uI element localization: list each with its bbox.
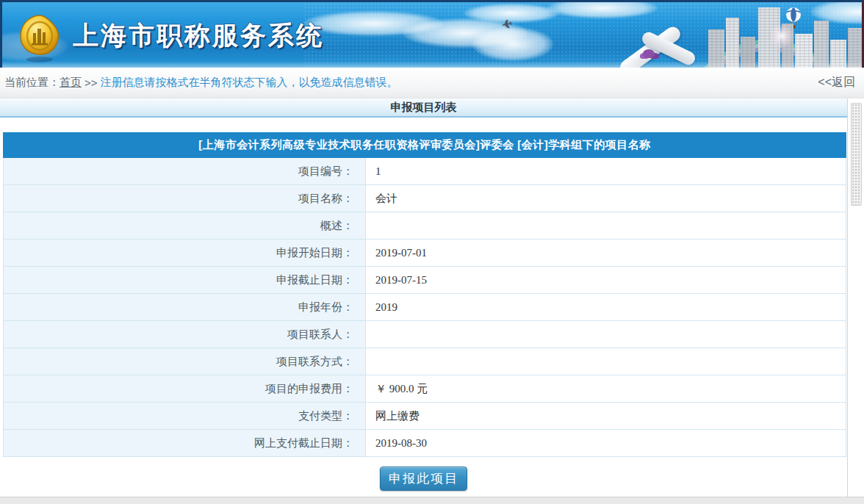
apply-button[interactable]: 申报此项目 (380, 467, 467, 491)
table-header-row: [上海市会计系列高级专业技术职务任职资格评审委员会]评委会 [会计]学科组下的项… (4, 133, 846, 158)
row-value: ￥ 900.0 元 (366, 375, 846, 403)
row-value (366, 212, 846, 240)
row-label: 概述： (4, 212, 366, 240)
breadcrumb-notice: 注册信息请按格式在半角符状态下输入，以免造成信息错误。 (101, 76, 398, 90)
project-detail-table: [上海市会计系列高级专业技术职务任职资格评审委员会]评委会 [会计]学科组下的项… (3, 132, 846, 457)
row-value: 2019-07-15 (366, 267, 846, 294)
breadcrumb-location-label: 当前位置： (4, 76, 60, 90)
table-row: 申报开始日期： 2019-07-01 (4, 240, 846, 267)
table-row: 项目名称： 会计 (4, 185, 846, 212)
table-row: 申报年份： 2019 (4, 294, 846, 321)
app-title: 上海市职称服务系统 (73, 18, 324, 53)
cloud-decoration (472, 27, 553, 61)
table-row: 网上支付截止日期： 2019-08-30 (4, 430, 846, 457)
row-label: 申报年份： (4, 294, 366, 321)
row-value: 1 (366, 158, 846, 185)
table-row: 支付类型： 网上缴费 (4, 403, 846, 430)
vertical-scrollbar[interactable] (851, 101, 862, 491)
breadcrumb: 当前位置： 首页 >> 注册信息请按格式在半角符状态下输入，以免造成信息错误。 … (0, 68, 864, 98)
scrollbar-thumb[interactable] (851, 103, 862, 206)
table-row: 项目联系人： (4, 321, 846, 348)
row-label: 申报截止日期： (4, 267, 366, 294)
app-logo-icon (12, 11, 67, 65)
table-row: 概述： (4, 212, 846, 240)
row-label: 项目的申报费用： (4, 375, 366, 403)
table-row: 项目的申报费用： ￥ 900.0 元 (4, 375, 846, 403)
row-label: 项目编号： (4, 158, 366, 185)
table-row: 申报截止日期： 2019-07-15 (4, 267, 846, 294)
header-gloss (2, 61, 862, 68)
table-header-title: [上海市会计系列高级专业技术职务任职资格评审委员会]评委会 [会计]学科组下的项… (4, 133, 846, 158)
row-value: 会计 (366, 185, 846, 212)
row-label: 项目名称： (4, 185, 366, 212)
row-value (366, 321, 846, 348)
row-label: 项目联系人： (4, 321, 366, 348)
breadcrumb-separator: >> (84, 76, 98, 89)
app-header: ✈ (0, 0, 864, 68)
row-label: 网上支付截止日期： (4, 430, 366, 457)
table-row: 项目编号： 1 (4, 158, 846, 185)
return-link[interactable]: <<返回 (818, 75, 855, 90)
row-label: 支付类型： (4, 403, 366, 430)
row-label: 申报开始日期： (4, 240, 366, 267)
row-value (366, 348, 846, 375)
home-link[interactable]: 首页 (60, 76, 82, 90)
table-row: 项目联系方式： (4, 348, 846, 375)
row-value: 2019 (366, 294, 846, 321)
bottom-strip (0, 497, 864, 504)
lens-flare-decoration (769, 24, 794, 48)
row-label: 项目联系方式： (4, 348, 366, 375)
page-title: 申报项目列表 (0, 98, 847, 118)
row-value: 网上缴费 (366, 403, 846, 430)
row-value: 2019-08-30 (366, 430, 846, 457)
row-value: 2019-07-01 (366, 240, 846, 267)
main-content: 申报项目列表 [上海市会计系列高级专业技术职务任职资格评审委员会]评委会 [会计… (0, 98, 848, 497)
